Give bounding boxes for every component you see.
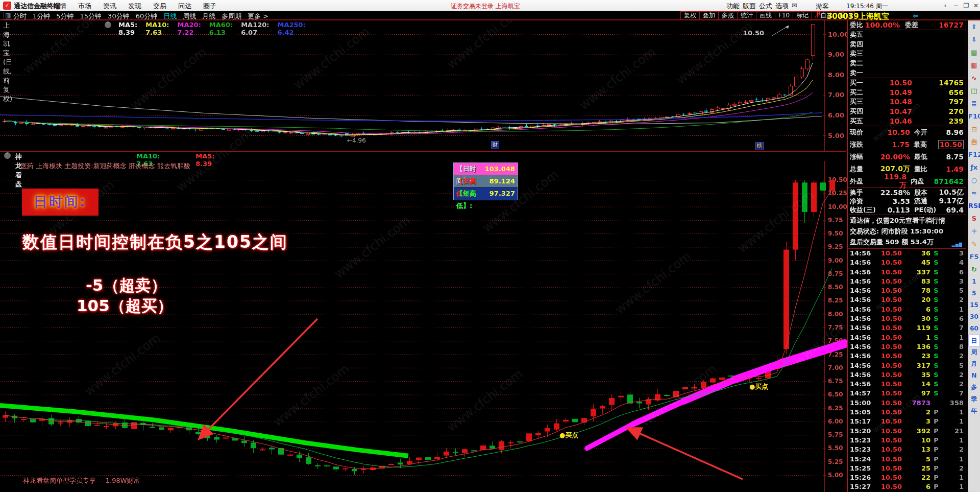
self-select-icon[interactable]: 自 (968, 135, 980, 148)
collapse-icon[interactable]: ‹ (941, 1, 950, 10)
txn-time: 14:56 (850, 286, 872, 295)
chevron-down-icon[interactable]: ˅ (4, 152, 11, 159)
mini-bars-icon[interactable]: ▂▅▇ (952, 239, 963, 247)
login-notice[interactable]: 证券交易未登录 上海凯宝 (451, 2, 520, 11)
back-arrow-icon[interactable]: ⇦ (913, 12, 919, 20)
close-icon[interactable]: ✕ (971, 1, 980, 10)
f5-icon[interactable]: F5 (968, 250, 980, 263)
menu-item-5[interactable]: 问达 (178, 2, 191, 11)
strip-period-60[interactable]: 60 (968, 323, 980, 335)
tree-view-icon[interactable]: ⊟ (968, 123, 980, 135)
strip-period-30[interactable]: 30 (968, 311, 980, 323)
mail-icon[interactable]: ✉ (792, 2, 797, 9)
toolbar-button-5[interactable]: F10 (775, 11, 793, 20)
toolbar-button-4[interactable]: 画线 (756, 11, 775, 20)
draw-pencil-icon[interactable]: ✎ (968, 238, 980, 250)
toolbar-button-3[interactable]: 统计 (738, 11, 756, 20)
main-kline-chart[interactable] (0, 20, 847, 152)
menu-item-公式[interactable]: 公式 (759, 2, 772, 11)
layout-panel-icon[interactable]: ▥ (4, 12, 12, 19)
toolbar-button-6[interactable]: 标记 (793, 11, 812, 20)
period-tab-6[interactable]: 日线 (163, 12, 177, 21)
menu-item-3[interactable]: 发现 (128, 2, 141, 11)
scroll-up-icon[interactable]: ⇧ (968, 20, 980, 33)
period-tab-5[interactable]: 60分钟 (136, 12, 158, 21)
maximize-icon[interactable]: ❐ (962, 1, 971, 10)
period-tab-3[interactable]: 15分钟 (80, 12, 102, 21)
menu-item-选项[interactable]: 选项 (775, 2, 789, 11)
ma-label-2: MA20: 7.22 (178, 21, 201, 36)
sell-levels: 卖五卖四卖三卖二卖一 (848, 30, 966, 78)
annotation-line2: -5（超卖） (86, 275, 166, 296)
report-icon[interactable]: ▤ (968, 46, 980, 59)
menu-item-1[interactable]: 市场 (78, 2, 91, 11)
concept-tags[interactable]: 医药 上海板块 主题投资:新冠药概念 肝炎概念 熊去氧胆酸 (20, 161, 190, 171)
buy-price: 10.49 (873, 88, 912, 97)
period-tab-2[interactable]: 5分钟 (56, 12, 74, 21)
period-tab-4[interactable]: 30分钟 (108, 12, 130, 21)
refresh-icon[interactable]: ↻ (968, 263, 980, 276)
txn-flag: S (930, 361, 942, 370)
strip-period-1[interactable]: 1 (968, 276, 980, 288)
news-marker-cai[interactable]: 财 (491, 141, 499, 149)
move-cross-icon[interactable]: ✛ (968, 225, 980, 238)
txn-time: 15:23 (850, 445, 872, 454)
minimize-icon[interactable]: − (951, 1, 961, 10)
stat-value-inner: 8.96 (946, 128, 964, 136)
period-tab-9[interactable]: 多周期 (222, 12, 241, 21)
news-marker-bang[interactable]: 榜 (755, 142, 764, 150)
menu-item-0[interactable]: 行情 (53, 2, 66, 11)
formula-icon[interactable]: ƒx (968, 161, 980, 174)
menu-item-功能[interactable]: 功能 (726, 2, 740, 11)
strip-period-日[interactable]: 日 (968, 335, 980, 346)
txn-volume: 45 (902, 258, 930, 267)
toolbar-button-2[interactable]: 多股 (719, 11, 738, 20)
indicator-chart[interactable] (0, 161, 847, 492)
transaction-list[interactable]: 14:5610.5036S314:5610.5045S414:5610.5033… (848, 248, 966, 492)
txn-count: 1 (942, 417, 964, 426)
strip-period-季[interactable]: 季 (968, 393, 980, 405)
trend-chart-icon[interactable]: ∿ (968, 72, 980, 84)
menu-item-2[interactable]: 资讯 (103, 2, 116, 11)
ad-line[interactable]: 通达信，仅需20元查看千档行情 (848, 215, 966, 226)
money-icon[interactable]: S (968, 212, 980, 225)
indicator-name[interactable]: 神龙看盘 (15, 152, 22, 189)
txn-count: 358 (942, 399, 964, 408)
rsi-icon[interactable]: RSI (968, 199, 980, 212)
stat-value: 119.8万 (878, 173, 907, 190)
period-tab-8[interactable]: 月线 (202, 12, 215, 21)
toolbar-button-1[interactable]: 叠加 (700, 11, 719, 20)
txn-price: 10.50 (872, 342, 902, 352)
strip-period-多[interactable]: 多 (968, 382, 980, 393)
strip-period-5[interactable]: 5 (968, 288, 980, 299)
indicator-ma-label-1: MA5: 8.39 (195, 152, 214, 168)
txn-volume: 22 (902, 473, 930, 482)
period-tab-7[interactable]: 周线 (183, 12, 196, 21)
strip-period-15[interactable]: 15 (968, 299, 980, 311)
strip-period-月[interactable]: 月 (968, 358, 980, 370)
period-tab-0[interactable]: 分时 (13, 12, 27, 21)
txn-price: 10.50 (872, 305, 902, 314)
f12-icon[interactable]: F12 (968, 148, 980, 161)
txn-time: 15:25 (850, 464, 872, 473)
circle-mark-icon[interactable]: ○ (968, 174, 980, 186)
info-panel-icon[interactable]: ≣ (968, 97, 980, 110)
txn-price: 10.50 (872, 389, 902, 398)
period-tab-10[interactable]: 更多 > (248, 12, 268, 21)
chevron-down-icon[interactable]: ˅ (105, 21, 111, 28)
kline-chart-icon[interactable]: ◫ (968, 84, 980, 97)
buy-label: 买四 (850, 107, 873, 116)
scroll-down-icon[interactable]: ⇩ (968, 33, 980, 46)
f10-icon[interactable]: F10 (968, 110, 980, 123)
menu-item-4[interactable]: 交易 (153, 2, 166, 11)
txn-count: 21 (942, 427, 964, 436)
menu-item-6[interactable]: 圈子 (203, 2, 216, 11)
quote-board-icon[interactable]: ▦ (968, 59, 980, 72)
menu-item-版面[interactable]: 版面 (743, 2, 756, 11)
wave-icon[interactable]: ≈ (968, 186, 980, 199)
period-tab-1[interactable]: 1分钟 (33, 12, 50, 21)
strip-period-N[interactable]: N (968, 370, 980, 382)
toolbar-button-0[interactable]: 复权 (680, 11, 700, 20)
strip-period-年[interactable]: 年 (968, 405, 980, 417)
strip-period-周[interactable]: 周 (968, 346, 980, 358)
